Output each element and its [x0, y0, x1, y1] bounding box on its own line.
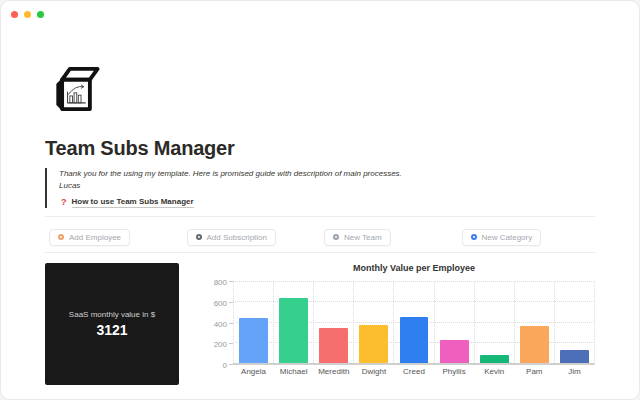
app-window: Team Subs Manager Thank you for the usin…: [0, 0, 640, 400]
y-tick-label: 400: [214, 319, 227, 328]
button-label: Add Subscription: [207, 233, 267, 242]
page-title: Team Subs Manager: [45, 137, 595, 160]
x-tick-label: Angela: [241, 367, 266, 376]
quote-block: Thank you for the using my template. Her…: [45, 168, 595, 208]
card-value: 3121: [96, 322, 127, 338]
bar-angela: [239, 318, 268, 363]
zoom-window-button[interactable]: [37, 11, 44, 18]
button-accent-icon: [333, 234, 339, 240]
bar-slot-kevin: Kevin: [474, 282, 514, 363]
bar-michael: [279, 298, 308, 363]
bar-slot-pam: Pam: [514, 282, 554, 363]
bar-kevin: [480, 355, 509, 363]
x-tick-label: Phyllis: [443, 367, 466, 376]
guide-page-link-row: ? How to use Team Subs Manager: [59, 196, 595, 208]
x-tick-label: Dwight: [362, 367, 386, 376]
quote-text: Thank you for the using my template. Her…: [59, 168, 595, 180]
bar-slot-meredith: Meredith: [313, 282, 353, 363]
bar-slot-angela: Angela: [233, 282, 273, 363]
x-tick-label: Pam: [526, 367, 542, 376]
divider: [45, 216, 595, 217]
x-tick-label: Meredith: [318, 367, 349, 376]
y-tick-label: 600: [214, 298, 227, 307]
card-label: SaaS monthly value in $: [69, 310, 155, 319]
close-window-button[interactable]: [11, 11, 18, 18]
bar-jim: [560, 350, 589, 363]
chart-y-axis: 0200400600800: [205, 282, 233, 365]
question-mark-icon: ?: [61, 197, 67, 207]
minimize-window-button[interactable]: [24, 11, 31, 18]
quote-author: Lucas: [59, 180, 595, 192]
bar-creed: [400, 317, 429, 363]
bar-meredith: [319, 328, 348, 363]
button-accent-icon: [196, 234, 202, 240]
button-add-subscription[interactable]: Add Subscription: [187, 229, 276, 246]
bar-slot-dwight: Dwight: [353, 282, 393, 363]
button-label: Add Employee: [69, 233, 121, 242]
y-tick-label: 800: [214, 278, 227, 287]
button-new-team[interactable]: New Team: [324, 229, 391, 246]
button-accent-icon: [58, 234, 64, 240]
chart-title: Monthly Value per Employee: [205, 263, 595, 273]
bar-pam: [520, 326, 549, 363]
cube-bar-chart-icon[interactable]: [49, 63, 103, 115]
chart-plot-area: AngelaMichaelMeredithDwightCreedPhyllisK…: [233, 282, 595, 365]
divider: [45, 252, 595, 253]
saas-monthly-value-card: SaaS monthly value in $ 3121: [45, 263, 179, 385]
button-accent-icon: [471, 234, 477, 240]
button-label: New Category: [482, 233, 533, 242]
how-to-use-page-link[interactable]: How to use Team Subs Manager: [72, 196, 194, 208]
button-new-category[interactable]: New Category: [462, 229, 542, 246]
x-tick-label: Michael: [280, 367, 308, 376]
button-label: New Team: [344, 233, 382, 242]
monthly-value-chart: Monthly Value per Employee 0200400600800…: [205, 263, 595, 385]
x-tick-label: Creed: [403, 367, 425, 376]
bar-slot-jim: Jim: [554, 282, 594, 363]
x-tick-label: Jim: [568, 367, 580, 376]
button-add-employee[interactable]: Add Employee: [49, 229, 130, 246]
bar-slot-phyllis: Phyllis: [434, 282, 474, 363]
bar-phyllis: [440, 340, 469, 363]
x-tick-label: Kevin: [484, 367, 504, 376]
y-tick-label: 200: [214, 340, 227, 349]
bar-slot-creed: Creed: [393, 282, 433, 363]
action-buttons-row: Add Employee Add Subscription New Team N…: [45, 226, 595, 243]
window-titlebar: [1, 1, 639, 27]
bar-dwight: [359, 325, 388, 363]
y-tick-label: 0: [223, 361, 227, 370]
bar-slot-michael: Michael: [273, 282, 313, 363]
